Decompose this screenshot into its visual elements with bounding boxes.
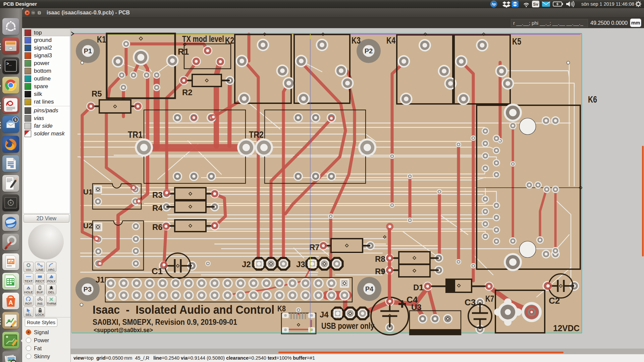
svg-text:hp: hp (492, 2, 496, 6)
svg-text:C3: C3 (465, 297, 476, 307)
svg-text:P1: P1 (84, 47, 92, 55)
svg-text:U1: U1 (83, 188, 93, 196)
svg-text:J2: J2 (242, 260, 251, 269)
svg-text:P3: P3 (84, 286, 92, 293)
svg-text:Sv: Sv (533, 2, 538, 7)
svg-text:P4: P4 (365, 285, 374, 293)
svg-text:A: A (9, 299, 13, 306)
svg-text:R1: R1 (178, 47, 189, 57)
svg-text:K4: K4 (386, 36, 395, 46)
svg-text:R7: R7 (309, 243, 320, 252)
svg-text:K8: K8 (277, 304, 286, 313)
svg-text:USB power only: USB power only (321, 321, 374, 330)
svg-text:R8: R8 (375, 254, 385, 263)
svg-text:TX mod level: TX mod level (182, 34, 224, 44)
svg-text:C2: C2 (549, 296, 560, 306)
svg-text:5: 5 (14, 118, 16, 122)
svg-text:J4: J4 (320, 310, 329, 319)
svg-text:U2: U2 (83, 222, 93, 230)
svg-text:R9: R9 (375, 267, 385, 276)
svg-text:SA0BXI, SM0EPX, Revision 0.9,: SA0BXI, SM0EPX, Revision 0.9, 2019-09-01 (93, 317, 237, 326)
svg-text:K6: K6 (588, 95, 597, 105)
svg-text:<support@sa0bxi.se>: <support@sa0bxi.se> (94, 327, 153, 334)
svg-text:K1: K1 (97, 34, 106, 45)
svg-text:R4: R4 (152, 203, 163, 213)
svg-text:R3: R3 (152, 190, 163, 199)
svg-text:TR2: TR2 (249, 129, 264, 140)
svg-text:TR1: TR1 (128, 129, 143, 140)
svg-text:K7: K7 (485, 294, 494, 304)
svg-text:sön sep 1 2019 11:46:08: sön sep 1 2019 11:46:08 (581, 1, 634, 7)
svg-text:C1: C1 (152, 266, 163, 276)
svg-text:R5: R5 (92, 89, 102, 98)
svg-text:R6: R6 (152, 223, 163, 232)
svg-text:J3: J3 (296, 260, 305, 269)
svg-text:K3: K3 (352, 36, 361, 46)
svg-text:K5: K5 (512, 37, 521, 47)
svg-text:C4: C4 (407, 295, 418, 305)
svg-text:K2: K2 (225, 36, 234, 46)
svg-text:J1: J1 (96, 275, 105, 284)
svg-text:D1: D1 (413, 283, 424, 292)
svg-text:Isaac - Isolated Audio and C: Isaac - Isolated Audio and Control (93, 303, 274, 316)
svg-text:12VDC: 12VDC (553, 323, 580, 333)
svg-text:P2: P2 (365, 47, 373, 55)
svg-text:R2: R2 (182, 88, 193, 97)
